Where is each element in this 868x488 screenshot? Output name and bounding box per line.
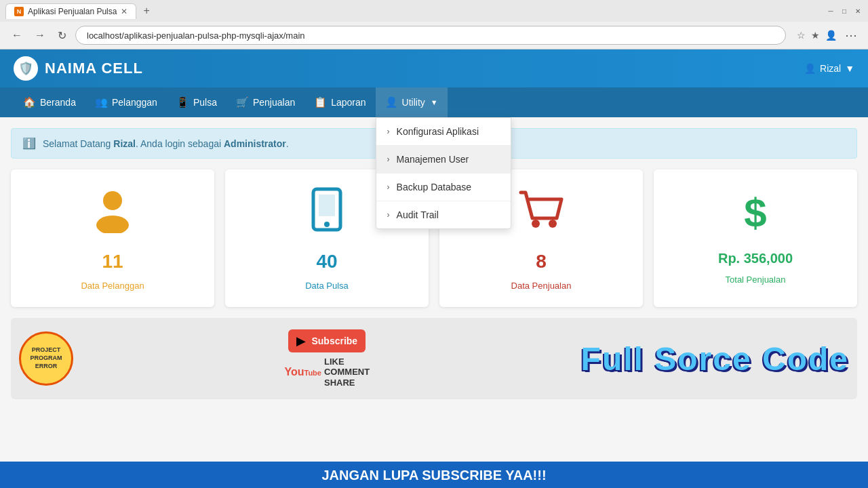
nav-utility-container: 👤 Utility ▼ › Konfigurasi Aplikasi › Man… — [376, 87, 448, 117]
utility-dropdown-menu: › Konfigurasi Aplikasi › Manajemen User … — [376, 117, 511, 229]
app-title: NAIMA CELL — [45, 60, 143, 77]
nav-utility-label: Utility — [402, 97, 425, 108]
nav-pulsa[interactable]: 📱 Pulsa — [167, 87, 226, 117]
youtube-play-icon: ▶ — [296, 333, 306, 348]
window-controls: ─ □ ✕ — [826, 6, 863, 16]
arrow-icon-konfigurasi: › — [387, 127, 390, 136]
user-icon: 👤 — [804, 63, 816, 74]
svg-point-5 — [532, 220, 540, 228]
laporan-icon: 📋 — [314, 96, 327, 108]
svg-point-3 — [324, 222, 330, 227]
penjualan-stat-icon — [517, 186, 565, 243]
utility-arrow-icon: ▼ — [431, 98, 438, 106]
address-bar[interactable]: localhost/aplikasi-penjualan-pulsa-php-m… — [75, 26, 786, 45]
new-tab-button[interactable]: + — [139, 5, 153, 17]
full-source-text: Full Sorce Code — [581, 340, 849, 378]
pulsa-icon: 📱 — [176, 96, 189, 108]
youtube-subscribe[interactable]: ▶ Subscribe — [288, 329, 366, 352]
browser-chrome: N Aplikasi Penjualan Pulsa ✕ + ─ □ ✕ ← →… — [0, 0, 868, 49]
nav-penjualan-label: Penjualan — [253, 97, 295, 108]
app-header: 🛡️ NAIMA CELL 👤 Rizal ▼ — [0, 49, 868, 87]
penjualan-icon: 🛒 — [236, 96, 249, 108]
url-text: localhost/aplikasi-penjualan-pulsa-php-m… — [87, 30, 305, 41]
user-menu[interactable]: 👤 Rizal ▼ — [804, 63, 854, 74]
arrow-icon-audit: › — [387, 210, 390, 220]
pulsa-label: Data Pulsa — [305, 281, 349, 291]
svg-rect-4 — [319, 195, 335, 216]
dropdown-manajemen-user[interactable]: › Manajemen User — [376, 146, 511, 174]
pulsa-stat-icon — [303, 186, 351, 243]
pelanggan-count: 11 — [102, 251, 123, 272]
subscribe-block: ▶ Subscribe YouTube LIKECOMMENTSHARE — [284, 329, 370, 388]
nav-beranda-label: Beranda — [40, 97, 76, 108]
tab-title: Aplikasi Penjualan Pulsa — [28, 7, 117, 16]
svg-point-6 — [549, 220, 557, 228]
nav-utility[interactable]: 👤 Utility ▼ — [376, 87, 448, 117]
username: Rizal — [820, 63, 841, 74]
nav-pelanggan-label: Pelanggan — [112, 97, 157, 108]
close-icon[interactable]: ✕ — [853, 6, 863, 16]
pelanggan-label: Data Pelanggan — [81, 281, 144, 291]
dropdown-backup[interactable]: › Backup Database — [376, 174, 511, 201]
dropdown-backup-label: Backup Database — [397, 182, 472, 192]
app-logo: 🛡️ NAIMA CELL — [14, 56, 143, 81]
like-comment-share: LIKECOMMENTSHARE — [324, 357, 370, 388]
penjualan-count: 8 — [536, 251, 547, 272]
svg-text:$: $ — [744, 190, 766, 233]
overlay-content: PROJECTPROGRAMERROR ▶ Subscribe YouTube … — [11, 318, 857, 399]
youtube-logo: YouTube LIKECOMMENTSHARE — [284, 357, 370, 388]
nav-laporan-label: Laporan — [331, 97, 366, 108]
subscribe-bar-text: JANGAN LUPA SUBSCRIBE YAA!!! — [321, 468, 546, 483]
alert-role: Administrator — [224, 138, 286, 149]
pulsa-count: 40 — [316, 251, 337, 272]
profile-icon[interactable]: 👤 — [825, 30, 837, 41]
app-wrapper: 🛡️ NAIMA CELL 👤 Rizal ▼ 🏠 Beranda 👥 Pela… — [0, 49, 868, 488]
browser-menu-button[interactable]: ⋯ — [842, 28, 860, 43]
tab-close-icon[interactable]: ✕ — [121, 7, 127, 16]
dropdown-audit-trail[interactable]: › Audit Trail — [376, 201, 511, 228]
address-bar-icons: ☆ ★ 👤 — [797, 30, 837, 41]
total-stat-icon: $ — [732, 186, 779, 243]
dropdown-konfigurasi[interactable]: › Konfigurasi Aplikasi — [376, 118, 511, 146]
subscribe-bar: JANGAN LUPA SUBSCRIBE YAA!!! — [0, 462, 868, 488]
dropdown-manajemen-label: Manajemen User — [397, 154, 469, 165]
alert-text: Selamat Datang Rizal. Anda login sebagai… — [43, 138, 289, 149]
nav-beranda[interactable]: 🏠 Beranda — [14, 87, 85, 117]
browser-addressbar: ← → ↻ localhost/aplikasi-penjualan-pulsa… — [0, 22, 868, 49]
dropdown-audit-label: Audit Trail — [397, 209, 439, 220]
logo-icon: 🛡️ — [14, 56, 38, 81]
svg-point-1 — [96, 216, 129, 233]
browser-titlebar: N Aplikasi Penjualan Pulsa ✕ + ─ □ ✕ — [0, 0, 868, 22]
pelanggan-icon: 👥 — [95, 96, 108, 108]
minimize-icon[interactable]: ─ — [826, 6, 835, 16]
forward-button[interactable]: → — [31, 28, 49, 43]
browser-tab[interactable]: N Aplikasi Penjualan Pulsa ✕ — [5, 3, 136, 19]
nav-laporan[interactable]: 📋 Laporan — [304, 87, 375, 117]
stat-card-pelanggan: 11 Data Pelanggan — [11, 169, 214, 307]
total-label: Total Penjualan — [726, 274, 786, 285]
utility-icon: 👤 — [385, 96, 398, 108]
subscribe-label: Subscribe — [311, 336, 357, 346]
collections-icon[interactable]: ★ — [811, 30, 820, 41]
character-badge: PROJECTPROGRAMERROR — [19, 331, 73, 386]
user-dropdown-arrow: ▼ — [845, 63, 854, 74]
pelanggan-stat-icon — [89, 186, 136, 243]
back-button[interactable]: ← — [8, 28, 26, 43]
app-nav: 🏠 Beranda 👥 Pelanggan 📱 Pulsa 🛒 Penjuala… — [0, 87, 868, 117]
penjualan-label: Data Penjualan — [511, 281, 572, 291]
youtube-icon: YouTube — [284, 366, 321, 378]
maximize-icon[interactable]: □ — [840, 6, 849, 16]
bookmark-star-icon[interactable]: ☆ — [797, 30, 806, 41]
info-icon: ℹ️ — [22, 137, 36, 150]
home-icon: 🏠 — [23, 96, 36, 108]
svg-point-0 — [103, 191, 122, 210]
arrow-icon-backup: › — [387, 182, 390, 192]
nav-pulsa-label: Pulsa — [193, 97, 217, 108]
reload-button[interactable]: ↻ — [54, 28, 70, 43]
nav-pelanggan[interactable]: 👥 Pelanggan — [85, 87, 167, 117]
tab-favicon: N — [14, 7, 24, 16]
alert-username: Rizal — [113, 138, 136, 149]
total-amount: Rp. 356,000 — [718, 251, 793, 266]
arrow-icon-manajemen: › — [387, 155, 390, 164]
nav-penjualan[interactable]: 🛒 Penjualan — [226, 87, 304, 117]
